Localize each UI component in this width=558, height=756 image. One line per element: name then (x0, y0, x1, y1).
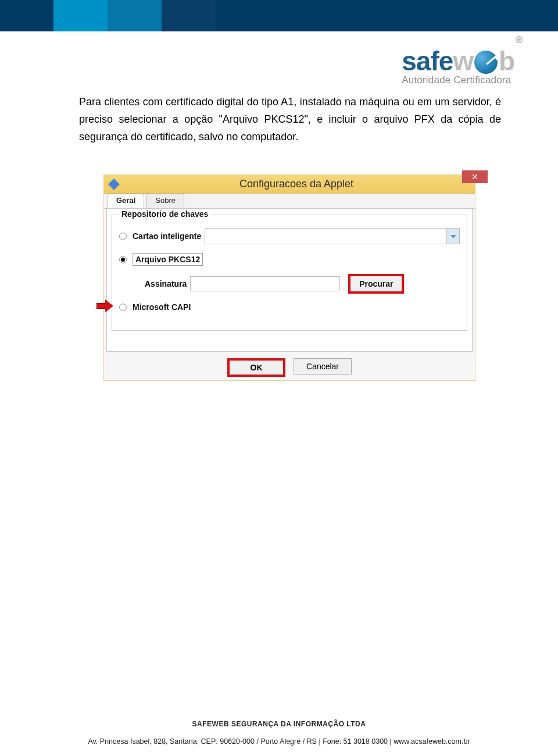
dialog-button-bar: OK Cancelar (104, 358, 475, 377)
globe-icon (474, 51, 498, 74)
radio-cartao[interactable] (119, 233, 127, 240)
tab-sobre[interactable]: Sobre (146, 194, 184, 208)
cartao-combobox[interactable] (205, 228, 460, 244)
cancel-button[interactable]: Cancelar (294, 358, 352, 375)
radio-pkcs12[interactable] (119, 256, 127, 263)
titlebar: Configuracoes da Applet ✕ (104, 175, 475, 194)
header-color-strip (0, 0, 558, 31)
intro-paragraph: Para clientes com certificado digital do… (79, 93, 501, 145)
keystore-fieldset: Repositorio de chaves Cartao inteligente… (112, 215, 467, 331)
ok-button[interactable]: OK (227, 358, 285, 377)
label-capi: Microsoft CAPI (133, 302, 191, 312)
assinatura-label: Assinatura (145, 279, 187, 288)
footer-company: SAFEWEB SEGURANÇA DA INFORMAÇÃO LTDA (0, 720, 558, 728)
callout-arrow-icon (96, 299, 114, 312)
chevron-down-icon[interactable] (446, 229, 459, 244)
brand-logo: safewb® Autoridade Certificadora (402, 45, 521, 86)
footer-address: Av. Princesa Isabel, 828, Santana, CEP: … (0, 737, 558, 746)
tab-strip: Geral Sobre (104, 194, 475, 209)
tab-geral[interactable]: Geral (108, 194, 144, 208)
close-button[interactable]: ✕ (462, 170, 488, 183)
procurar-button[interactable]: Procurar (348, 274, 404, 294)
page-footer: SAFEWEB SEGURANÇA DA INFORMAÇÃO LTDA Av.… (0, 720, 558, 746)
brand-tagline: Autoridade Certificadora (402, 74, 521, 86)
assinatura-input[interactable] (190, 276, 340, 291)
label-cartao: Cartao inteligente (133, 231, 201, 241)
fieldset-legend: Repositorio de chaves (119, 209, 210, 219)
radio-capi[interactable] (119, 304, 127, 311)
registered-mark: ® (516, 35, 522, 45)
dialog-title: Configuracoes da Applet (118, 178, 475, 190)
label-pkcs12: Arquivo PKCS12 (135, 255, 200, 264)
applet-config-dialog: Configuracoes da Applet ✕ Geral Sobre Re… (103, 174, 475, 381)
